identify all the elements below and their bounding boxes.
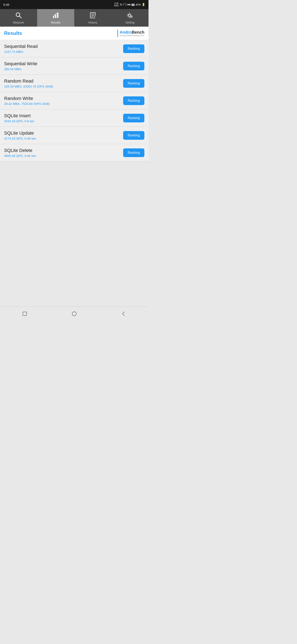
- nfc-icon: N: [120, 3, 122, 6]
- result-random-write: Random Write 29.42 MB/s, 7533.94 IOPS (4…: [0, 92, 148, 110]
- tab-results[interactable]: Results: [37, 9, 74, 27]
- measure-icon: [15, 12, 22, 20]
- ranking-btn-sqlite-insert[interactable]: Ranking: [123, 114, 144, 122]
- result-value-sequential-write: 385.54 MB/s: [4, 67, 37, 71]
- result-name-sqlite-delete: SQLite Delete: [4, 148, 36, 153]
- tab-measure[interactable]: Measure: [0, 9, 37, 27]
- status-time: 5:45: [3, 3, 9, 6]
- ranking-btn-random-read[interactable]: Ranking: [123, 79, 144, 88]
- status-bar: 5:45 0.36 KB/S N 📳 ▾▾ ▮▮ 40% 🔋: [0, 0, 148, 9]
- ranking-btn-sqlite-delete[interactable]: Ranking: [123, 148, 144, 157]
- nav-tabs: Measure Results History: [0, 9, 148, 27]
- page-header: Results AndroBench Storage Benchmarking …: [0, 27, 148, 40]
- vibrate-icon: 📳: [123, 3, 126, 6]
- result-value-sequential-read: 1437.73 MB/s: [4, 50, 38, 54]
- ranking-btn-sqlite-update[interactable]: Ranking: [123, 131, 144, 140]
- brand-name-blue: Andro: [120, 30, 132, 34]
- signal-icon: ▮▮: [131, 3, 135, 6]
- battery-icon: 🔋: [142, 3, 145, 6]
- result-name-sequential-read: Sequential Read: [4, 44, 38, 49]
- setting-label: Setting: [125, 21, 134, 24]
- result-info-random-write: Random Write 29.42 MB/s, 7533.94 IOPS (4…: [4, 96, 50, 106]
- bottom-nav: [0, 306, 148, 322]
- result-sequential-write: Sequential Write 385.54 MB/s Ranking: [0, 58, 148, 75]
- result-name-random-read: Random Read: [4, 78, 53, 84]
- content-spacer: [0, 234, 148, 307]
- ranking-btn-random-write[interactable]: Ranking: [123, 96, 144, 105]
- result-name-sqlite-insert: SQLite Insert: [4, 113, 34, 118]
- result-value-sqlite-insert: 2543.34 QPS, 0.8 sec: [4, 119, 34, 123]
- brand-divider: [117, 30, 118, 37]
- setting-icon: [127, 12, 133, 20]
- result-info-sequential-read: Sequential Read 1437.73 MB/s: [4, 44, 38, 54]
- ranking-btn-sequential-write[interactable]: Ranking: [123, 62, 144, 70]
- tab-setting[interactable]: Setting: [111, 9, 148, 27]
- results-list: Sequential Read 1437.73 MB/s Ranking Seq…: [0, 40, 148, 234]
- result-info-sqlite-update: SQLite Update 4174.16 QPS, 0.48 sec: [4, 130, 36, 140]
- nav-recent-apps-button[interactable]: [21, 310, 29, 318]
- result-info-sequential-write: Sequential Write 385.54 MB/s: [4, 61, 37, 71]
- nav-back-button[interactable]: [120, 310, 128, 318]
- history-icon: [89, 12, 96, 20]
- ranking-btn-sequential-read[interactable]: Ranking: [123, 44, 144, 53]
- result-sequential-read: Sequential Read 1437.73 MB/s Ranking: [0, 40, 148, 58]
- svg-rect-2: [53, 16, 54, 18]
- network-speed: 0.36 KB/S: [114, 2, 119, 7]
- result-value-sqlite-delete: 4605.46 QPS, 0.44 sec: [4, 154, 36, 158]
- result-info-sqlite-delete: SQLite Delete 4605.46 QPS, 0.44 sec: [4, 148, 36, 158]
- result-name-random-write: Random Write: [4, 96, 50, 101]
- result-name-sqlite-update: SQLite Update: [4, 130, 36, 136]
- result-value-sqlite-update: 4174.16 QPS, 0.48 sec: [4, 137, 36, 140]
- result-value-random-read: 169.34 MB/s, 43352.75 IOPS (4KB): [4, 85, 53, 88]
- wifi-icon: ▾▾: [127, 3, 131, 6]
- result-sqlite-update: SQLite Update 4174.16 QPS, 0.48 sec Rank…: [0, 127, 148, 144]
- svg-rect-3: [55, 15, 56, 18]
- svg-rect-14: [23, 312, 27, 316]
- results-label: Results: [51, 21, 61, 24]
- result-info-random-read: Random Read 169.34 MB/s, 43352.75 IOPS (…: [4, 78, 53, 88]
- battery-indicator: 40%: [135, 3, 141, 6]
- result-name-sequential-write: Sequential Write: [4, 61, 37, 66]
- brand-text: AndroBench Storage Benchmarking Tool: [120, 30, 144, 36]
- result-sqlite-insert: SQLite Insert 2543.34 QPS, 0.8 sec Ranki…: [0, 110, 148, 127]
- measure-label: Measure: [13, 21, 24, 24]
- history-label: History: [88, 21, 97, 24]
- brand-name-dark: Bench: [132, 30, 144, 34]
- svg-line-1: [19, 16, 21, 18]
- svg-rect-4: [57, 13, 58, 18]
- tab-history[interactable]: History: [74, 9, 111, 27]
- brand-subtitle: Storage Benchmarking Tool: [120, 34, 144, 36]
- results-icon: [52, 12, 59, 20]
- result-info-sqlite-insert: SQLite Insert 2543.34 QPS, 0.8 sec: [4, 113, 34, 123]
- brand-name: AndroBench: [120, 30, 144, 34]
- result-sqlite-delete: SQLite Delete 4605.46 QPS, 0.44 sec Rank…: [0, 144, 148, 162]
- page-title: Results: [4, 30, 22, 36]
- brand-logo: AndroBench Storage Benchmarking Tool: [117, 30, 144, 37]
- nav-home-button[interactable]: [70, 310, 78, 318]
- svg-point-15: [72, 312, 76, 316]
- result-value-random-write: 29.42 MB/s, 7533.94 IOPS (4KB): [4, 102, 50, 106]
- result-random-read: Random Read 169.34 MB/s, 43352.75 IOPS (…: [0, 75, 148, 92]
- status-icons: 0.36 KB/S N 📳 ▾▾ ▮▮ 40% 🔋: [114, 2, 145, 7]
